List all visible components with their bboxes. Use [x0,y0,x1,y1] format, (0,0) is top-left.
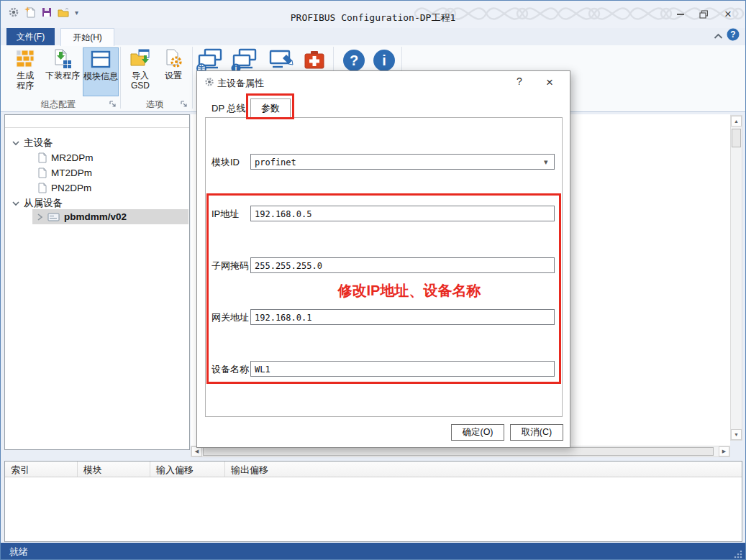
tree-item-mr2dpm[interactable]: MR2DPm [5,150,189,165]
settings-page-icon [163,49,184,69]
tree-group-master[interactable]: 主设备 [5,135,189,150]
dialog-help-button[interactable]: ? [512,75,527,87]
import-gsd-button[interactable]: 导入GSD [124,47,156,96]
subnet-mask-input[interactable] [250,257,555,273]
tree-group-slave[interactable]: 从属设备 [5,196,189,211]
divider [5,127,189,128]
ip-address-input[interactable] [250,206,555,221]
dialog-close-button[interactable]: × [542,75,557,90]
minimize-icon [677,14,684,15]
tab-dp-bus[interactable]: DP 总线 [211,102,245,115]
settings-button[interactable]: 设置 [159,47,188,96]
slave-card-icon [47,212,60,222]
tree-item-pbmdmm[interactable]: pbmdmm/v02 [5,209,189,224]
group-separator [120,47,121,109]
dialog-gear-icon [204,77,214,87]
generate-program-button[interactable]: 生成程序 [8,47,42,96]
dialog-help-icon: ? [517,75,522,87]
close-button[interactable]: × [719,8,737,21]
chevron-right-icon [37,214,43,221]
generate-label-2: 程序 [17,81,34,91]
scroll-left-button[interactable]: ◀ [191,446,202,456]
module-info-label: 模块信息 [83,71,118,81]
field-label-device-name: 设备名称 [211,363,249,376]
vertical-scroll-thumb[interactable] [732,129,741,147]
dialog-launcher-icon[interactable] [181,101,188,108]
scroll-down-icon: ▼ [734,432,739,437]
dialog-launcher-icon[interactable] [109,101,117,108]
module-id-combobox[interactable] [250,154,555,170]
tree-item-label: MR2DPm [51,152,94,163]
download-program-button[interactable]: 下装程序 [44,47,81,96]
status-bar: 就绪 [1,543,745,560]
cancel-button[interactable]: 取消(C) [510,424,563,441]
svg-text:i: i [382,52,386,68]
chevron-down-icon [12,139,19,147]
tree-item-label: MT2DPm [51,167,92,178]
device-tree-panel: 主设备 MR2DPm MT2DPm PN2DPm 从属设备 pbmdmm/v02 [4,114,190,450]
column-header-output-offset[interactable]: 输出偏移 [225,462,742,477]
tabrow-help-button[interactable]: ? [727,28,740,41]
field-label-ip: IP地址 [211,208,239,221]
help-button[interactable]: ? [342,48,366,73]
group-label-options: 选项 [123,98,186,111]
svg-text:?: ? [730,29,735,40]
app-window: ▾ PROFIBUS Configuration-DP工程1 × 文件(F) 开… [0,0,746,560]
svg-text:?: ? [350,52,358,68]
restore-icon [699,10,708,19]
tree-item-label: PN2DPm [51,183,91,193]
scroll-right-icon: ▶ [722,449,726,454]
column-header-module[interactable]: 模块 [78,462,150,477]
scroll-down-button[interactable]: ▼ [731,429,742,440]
chevron-down-icon [12,200,19,207]
tree-item-pn2dpm[interactable]: PN2DPm [5,180,189,196]
restore-button[interactable] [694,8,713,21]
first-aid-button[interactable] [303,50,326,73]
tab-home[interactable]: 开始(H) [60,28,114,46]
vertical-scrollbar[interactable]: ▲ ▼ [730,115,742,441]
field-label-gateway: 网关地址 [211,311,249,324]
combo-dropdown-icon[interactable]: ▾ [544,157,548,167]
io-table-header: 索引 模块 输入偏移 输出偏移 [5,462,742,477]
title-bar: ▾ PROFIBUS Configuration-DP工程1 × [1,1,745,28]
module-info-button[interactable]: 模块信息 [83,47,119,96]
tree-item-mt2dpm[interactable]: MT2DPm [5,165,189,180]
collapse-ribbon-icon[interactable] [714,32,723,40]
tab-file[interactable]: 文件(F) [6,28,55,45]
download-label: 下装程序 [45,70,80,81]
status-text: 就绪 [9,546,28,559]
scroll-left-icon: ◀ [195,449,199,454]
group-separator [192,47,193,109]
ok-button[interactable]: 确定(O) [451,424,504,441]
resize-grip-icon[interactable] [733,549,742,559]
import-gsd-label-1: 导入 [131,70,150,81]
device-file-icon [37,152,47,163]
scroll-right-button[interactable]: ▶ [719,446,729,456]
info-button[interactable]: i [372,48,396,73]
annotation-note: 修改IP地址、设备名称 [312,281,506,300]
import-folder-icon [129,49,151,69]
module-window-icon [90,50,112,70]
dialog-title: 主设备属性 [217,77,264,90]
scroll-up-button[interactable]: ▲ [731,116,742,127]
master-device-properties-dialog: 主设备属性 ? × DP 总线 参数 模块ID ▾ IP地址 子网掩码 网关地址… [196,70,570,448]
column-header-index[interactable]: 索引 [5,462,78,477]
device-name-input[interactable] [250,361,555,377]
column-header-input-offset[interactable]: 输入偏移 [150,462,225,477]
generate-label-1: 生成 [17,70,34,81]
gateway-address-input[interactable] [250,309,555,325]
dialog-close-icon: × [546,75,553,89]
tree-group-label: 从属设备 [24,197,63,210]
field-label-module-id: 模块ID [211,156,240,169]
horizontal-scroll-thumb[interactable] [203,447,714,456]
group-label-config: 组态配置 [8,98,109,111]
tree-group-label: 主设备 [24,137,53,150]
bricks-icon [14,49,36,69]
window-title: PROFIBUS Configuration-DP工程1 [1,12,745,24]
tab-parameters[interactable]: 参数 [250,98,291,118]
download-page-icon [52,49,73,69]
field-label-subnet: 子网掩码 [211,260,249,272]
close-icon: × [724,7,732,22]
minimize-button[interactable] [671,8,690,21]
import-gsd-label-2: GSD [131,81,150,91]
